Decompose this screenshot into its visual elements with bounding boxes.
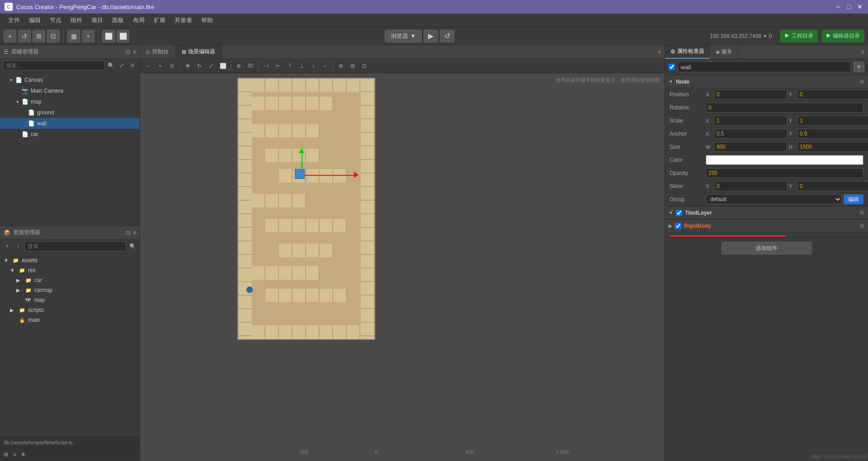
tree-item-map[interactable]: ▼ 📄 map — [0, 96, 140, 107]
menu-extension[interactable]: 扩展 — [149, 14, 170, 26]
screenshot-button[interactable]: ⊡ — [47, 30, 60, 42]
close-button[interactable]: ✕ — [856, 3, 863, 10]
align-left-button[interactable]: ⊣ — [261, 61, 272, 71]
tiledlayer-checkbox[interactable] — [676, 210, 682, 216]
tree-item-wall[interactable]: 📄 wall — [0, 118, 140, 129]
align-top-button[interactable]: ⊥ — [296, 61, 307, 71]
minimize-button[interactable]: ─ — [835, 3, 842, 10]
hierarchy-search-button[interactable]: 🔍 — [106, 61, 115, 70]
hierarchy-refresh-icon[interactable]: ↺ — [128, 61, 137, 70]
zoom-out-button[interactable]: − — [143, 61, 154, 71]
asset-item-map-file[interactable]: 🗺 map — [0, 295, 140, 305]
menu-panel[interactable]: 面板 — [108, 14, 128, 26]
size-w-input[interactable] — [714, 142, 787, 152]
add-component-button[interactable]: 添加组件 — [722, 242, 812, 254]
align-bottom-button[interactable]: ↔ — [320, 61, 330, 71]
color-swatch[interactable] — [706, 155, 863, 165]
zoom-in-button[interactable]: + — [155, 61, 165, 71]
rect-tool-button[interactable]: ⬜ — [217, 61, 228, 71]
fit-button[interactable]: ⊞ — [33, 30, 45, 42]
menu-layout[interactable]: 布局 — [128, 14, 149, 26]
rect-button[interactable]: ⬜ — [102, 30, 115, 42]
project-dir-button[interactable]: ▶ 工程目录 — [780, 30, 817, 42]
snap-button[interactable]: ⊗ — [335, 61, 346, 71]
anchor-tool-button[interactable]: ⊕ — [233, 61, 244, 71]
node-active-checkbox[interactable] — [669, 64, 675, 70]
asset-item-scripts[interactable]: ▶ 📁 scripts — [0, 305, 140, 315]
group-select[interactable]: default — [706, 194, 842, 204]
hierarchy-copy-icon[interactable]: ⊡ — [126, 49, 130, 55]
align-vcenter-button[interactable]: ↕ — [308, 61, 319, 71]
position-x-input[interactable] — [714, 89, 787, 99]
group-edit-button[interactable]: 编辑 — [844, 194, 863, 204]
zoom-fit-button[interactable]: ⊙ — [166, 61, 177, 71]
asset-item-main[interactable]: 🔥 main — [0, 315, 140, 325]
anchor-y-input[interactable] — [797, 129, 868, 139]
tiledlayer-gear-icon[interactable]: ⚙ — [859, 210, 864, 216]
editor-dir-button[interactable]: ▶ 编辑器目录 — [821, 30, 864, 42]
node-section-header[interactable]: ▼ Node ⚙ — [665, 75, 868, 88]
asset-item-res[interactable]: ▼ 📁 res — [0, 265, 140, 275]
add-node-button[interactable]: + — [4, 30, 16, 42]
grid-button[interactable]: + — [82, 30, 94, 42]
menu-help[interactable]: 帮助 — [197, 14, 217, 26]
skew-x-input[interactable] — [714, 181, 787, 191]
bottom-eye-icon[interactable]: 👁 — [21, 452, 26, 458]
align-center-button[interactable]: ⊢ — [273, 61, 283, 71]
opacity-input[interactable] — [706, 168, 863, 178]
asset-item-car-folder[interactable]: ▶ 📁 car — [0, 275, 140, 285]
tree-item-canvas[interactable]: ▼ 📄 Canvas — [0, 75, 140, 85]
3d-tool-button[interactable]: 3D — [245, 61, 256, 71]
reload-button[interactable]: ↺ — [440, 30, 454, 42]
hierarchy-menu-icon[interactable]: ≡ — [133, 49, 136, 55]
tree-item-car[interactable]: 📄 car — [0, 129, 140, 140]
tiledlayer-header[interactable]: ▼ TiledLayer ⚙ — [665, 207, 868, 219]
tree-item-maincamera[interactable]: 📷 Main Camera — [0, 85, 140, 96]
assets-search-input[interactable] — [24, 241, 126, 251]
tab-inspector[interactable]: ⚙ 属性检查器 — [665, 45, 710, 59]
menu-project[interactable]: 项目 — [87, 14, 108, 26]
tab-service[interactable]: ◈ 服务 — [710, 45, 738, 59]
scale-tool-button[interactable]: ⤢ — [206, 61, 217, 71]
play-button[interactable]: ▶ — [424, 30, 438, 42]
rigidbody-gear-icon[interactable]: ⚙ — [859, 223, 864, 229]
right-panel-menu-icon[interactable]: ≡ — [858, 49, 868, 55]
move-tool-button[interactable]: ✥ — [182, 61, 193, 71]
grid-snap-button[interactable]: ⊞ — [347, 61, 358, 71]
bottom-settings-icon[interactable]: ⚙ — [4, 452, 9, 458]
rotate-tool-button[interactable]: ↻ — [194, 61, 205, 71]
bottom-list-icon[interactable]: ≡ — [13, 452, 16, 458]
tab-console[interactable]: ▷ 控制台 — [140, 45, 175, 59]
extra-button[interactable]: ⊡ — [359, 61, 370, 71]
refresh-button[interactable]: ↺ — [18, 30, 31, 42]
center-panel-menu-icon[interactable]: ≡ — [654, 49, 665, 55]
chart-button[interactable]: ▦ — [67, 30, 80, 42]
node-section-gear-icon[interactable]: ⚙ — [859, 79, 864, 85]
size-h-input[interactable] — [797, 142, 868, 152]
assets-add-button[interactable]: + — [3, 242, 12, 251]
tab-scene[interactable]: ⊞ 场景编辑器 — [175, 45, 222, 59]
rotation-input[interactable] — [706, 103, 863, 113]
menu-file[interactable]: 文件 — [4, 14, 24, 26]
anchor-x-input[interactable] — [714, 129, 787, 139]
scale-x-input[interactable] — [714, 116, 787, 126]
assets-copy-icon[interactable]: ⊡ — [126, 230, 130, 236]
asset-item-carmap[interactable]: ▶ 📁 carmap — [0, 285, 140, 295]
menu-node[interactable]: 节点 — [45, 14, 66, 26]
assets-sort-button[interactable]: ↕ — [14, 242, 23, 251]
skew-y-input[interactable] — [797, 181, 868, 191]
tree-item-ground[interactable]: 📄 ground — [0, 107, 140, 118]
menu-developer[interactable]: 开发者 — [170, 14, 197, 26]
scene-viewport[interactable]: 使用鼠标左键平移视窗焦点，使用滚轮缩放视图 1,500 1,000 500 0 … — [140, 73, 665, 461]
position-y-input[interactable] — [797, 89, 868, 99]
menu-edit[interactable]: 编辑 — [24, 14, 45, 26]
scale-y-input[interactable] — [797, 116, 868, 126]
assets-search-button[interactable]: 🔍 — [128, 242, 137, 251]
asset-item-assets[interactable]: ▼ 📁 assets — [0, 255, 140, 265]
inspector-add-button[interactable]: + — [854, 61, 864, 72]
browser-button[interactable]: 浏览器 ▼ — [385, 30, 422, 42]
align-right-button[interactable]: ⊤ — [284, 61, 295, 71]
node-name-input[interactable] — [678, 61, 851, 72]
hierarchy-expand-button[interactable]: ⤢ — [117, 61, 126, 70]
hierarchy-search-input[interactable] — [3, 61, 104, 71]
